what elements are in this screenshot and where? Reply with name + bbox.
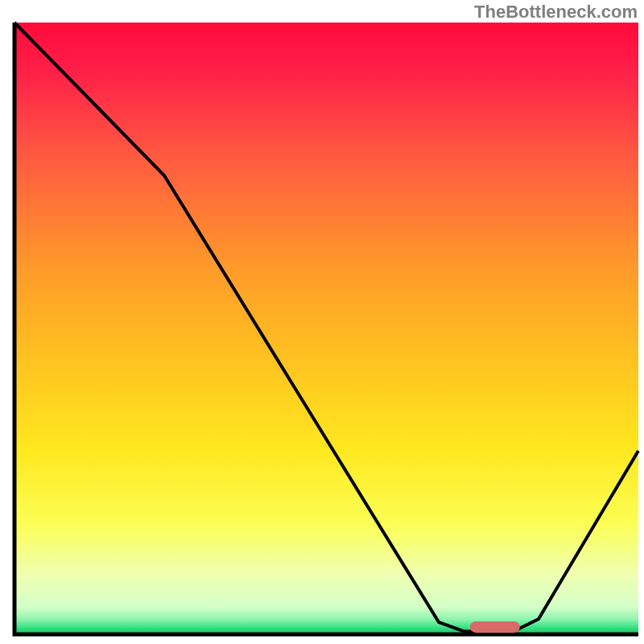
watermark-text: TheBottleneck.com (474, 2, 638, 23)
bottleneck-curve-chart (0, 0, 644, 644)
chart-container: TheBottleneck.com (0, 0, 644, 644)
gradient-background (14, 23, 638, 634)
optimal-marker (470, 621, 520, 633)
